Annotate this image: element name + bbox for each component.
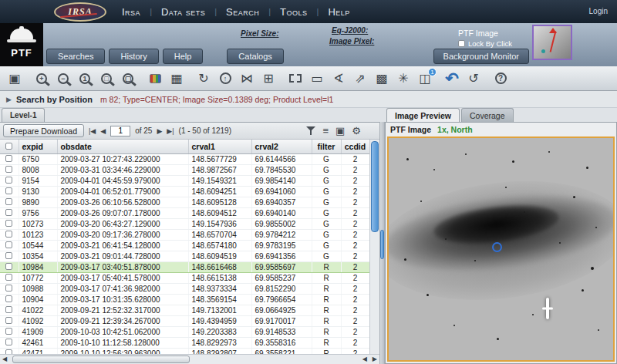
table-row[interactable]: 109882009-03-17 07:41:36.982000148.93733… bbox=[0, 283, 369, 294]
rotate-icon[interactable]: ↻ bbox=[195, 69, 212, 88]
select-area-icon[interactable] bbox=[287, 69, 304, 88]
row-checkbox[interactable] bbox=[5, 209, 12, 216]
pixel-size-label[interactable]: Pixel Size: bbox=[241, 29, 278, 38]
flip-horizontal-icon[interactable]: ⋈ bbox=[238, 69, 255, 88]
nav-item-help[interactable]: Help bbox=[328, 6, 349, 18]
preview-tab-image-preview[interactable]: Image Preview bbox=[386, 108, 460, 122]
table-row[interactable]: 97562009-03-26 09:07:07.178000148.609451… bbox=[0, 207, 369, 218]
table-row[interactable]: 410922009-09-21 12:39:34.267000149.43949… bbox=[0, 315, 369, 326]
filter-icon[interactable] bbox=[306, 126, 315, 136]
table-row[interactable]: 109042009-03-17 10:31:35.628000148.35691… bbox=[0, 294, 369, 305]
row-checkbox[interactable] bbox=[5, 274, 12, 281]
layer-control-icon[interactable]: ◫1 bbox=[416, 69, 433, 88]
scroll-left-icon[interactable]: ◀ bbox=[2, 356, 7, 362]
row-checkbox[interactable] bbox=[5, 166, 12, 173]
column-header-expid[interactable]: expid bbox=[19, 140, 57, 153]
login-button[interactable]: Login bbox=[589, 7, 608, 15]
tab-help[interactable]: Help bbox=[163, 49, 204, 64]
table-row[interactable]: 91302009-04-01 06:52:01.779000148.609425… bbox=[0, 186, 369, 197]
row-checkbox[interactable] bbox=[5, 220, 12, 227]
save-image-icon[interactable]: ▣ bbox=[6, 69, 23, 88]
page-number-input[interactable] bbox=[110, 126, 130, 136]
select-all-checkbox[interactable] bbox=[5, 143, 12, 150]
eq-j2000-label[interactable]: Eq-J2000: bbox=[332, 26, 368, 35]
row-checkbox[interactable] bbox=[5, 231, 12, 238]
text-view-icon[interactable]: ≡ bbox=[322, 125, 329, 136]
table-row[interactable]: 109842009-03-17 03:40:51.878000148.66164… bbox=[0, 261, 369, 272]
tab-level-1[interactable]: Level-1 bbox=[2, 108, 45, 122]
zoom-out-icon[interactable]: − bbox=[55, 69, 72, 88]
column-header-obsdate[interactable]: obsdate bbox=[57, 140, 188, 153]
column-header-crval2[interactable]: crval2 bbox=[251, 140, 312, 153]
table-row[interactable]: 105442009-03-21 06:41:54.128000148.65741… bbox=[0, 240, 369, 251]
horizontal-scrollbar-thumb[interactable] bbox=[12, 356, 190, 363]
row-checkbox[interactable] bbox=[5, 241, 12, 248]
row-checkbox[interactable] bbox=[5, 198, 12, 205]
panel-splitter[interactable] bbox=[379, 122, 385, 364]
horizontal-scrollbar[interactable]: ◀ ◀ ▶ bbox=[0, 354, 379, 364]
position-thumbnail[interactable] bbox=[532, 25, 572, 60]
table-row[interactable]: 424612009-10-10 11:12:58.128000148.82929… bbox=[0, 337, 369, 348]
column-header-ccdid[interactable]: ccdid bbox=[341, 140, 369, 153]
restore-icon[interactable]: ↺ bbox=[465, 69, 482, 88]
north-arrow-icon[interactable]: ⇗ bbox=[352, 69, 369, 88]
row-checkbox[interactable] bbox=[5, 177, 12, 184]
row-checkbox[interactable] bbox=[5, 187, 12, 194]
table-row[interactable]: 101232009-03-20 09:17:36.278000148.65707… bbox=[0, 229, 369, 240]
last-page-button[interactable]: ▶| bbox=[167, 127, 174, 135]
compass-icon[interactable]: ✳ bbox=[395, 69, 412, 88]
row-checkbox[interactable] bbox=[5, 252, 12, 259]
preview-tab-coverage[interactable]: Coverage bbox=[461, 108, 514, 122]
help-icon[interactable]: ? bbox=[492, 69, 509, 88]
row-checkbox[interactable] bbox=[5, 285, 12, 292]
row-checkbox[interactable] bbox=[5, 306, 12, 313]
vertical-scrollbar-thumb[interactable] bbox=[371, 141, 379, 232]
column-header-crval1[interactable]: crval1 bbox=[188, 140, 251, 153]
table-row[interactable]: 91542009-04-01 04:45:59.979000149.154932… bbox=[0, 175, 369, 186]
next-page-button[interactable]: ▶ bbox=[157, 127, 162, 135]
zoom-fill-icon[interactable]: ▢ bbox=[120, 69, 137, 88]
data-overlay-icon[interactable]: ▦ bbox=[168, 69, 185, 88]
zoom-fit-icon[interactable]: □ bbox=[98, 69, 115, 88]
breadcrumb-arrow-icon[interactable]: ▶ bbox=[6, 96, 12, 103]
nav-item-data-sets[interactable]: Data sets bbox=[161, 6, 205, 18]
zoom-in-icon[interactable]: + bbox=[33, 69, 50, 88]
table-options-gear-icon[interactable]: ⚙ bbox=[352, 125, 361, 136]
table-row[interactable]: 102732009-03-20 06:43:27.129000149.15479… bbox=[0, 218, 369, 229]
row-checkbox[interactable] bbox=[5, 263, 12, 270]
table-row[interactable]: 103542009-03-21 09:01:44.728000148.60945… bbox=[0, 251, 369, 261]
row-checkbox[interactable] bbox=[5, 295, 12, 302]
prev-column-icon[interactable]: ◀ bbox=[362, 356, 367, 362]
tab-history[interactable]: History bbox=[109, 49, 158, 64]
crop-icon[interactable]: ▭ bbox=[308, 69, 325, 88]
row-checkbox[interactable] bbox=[5, 328, 12, 335]
row-checkbox[interactable] bbox=[5, 339, 12, 345]
center-image-icon[interactable]: ⊞ bbox=[260, 69, 277, 88]
column-header-filter[interactable]: filter bbox=[312, 140, 341, 153]
table-row[interactable]: 410222009-09-21 12:52:32.317000149.71320… bbox=[0, 305, 369, 315]
zoom-one-to-one-icon[interactable]: 1 bbox=[76, 69, 93, 88]
table-row[interactable]: 67502009-03-27 10:27:43.229000148.567772… bbox=[0, 153, 369, 164]
irsa-logo[interactable]: IRSA bbox=[54, 2, 106, 22]
table-row[interactable]: 107722009-03-17 05:40:41.578000148.66151… bbox=[0, 272, 369, 283]
table-row[interactable]: 98902009-03-26 06:10:56.528000148.609512… bbox=[0, 197, 369, 207]
undo-icon[interactable]: ↶ bbox=[443, 69, 460, 88]
table-row[interactable]: 419092009-10-03 10:42:51.062000149.22033… bbox=[0, 326, 369, 337]
distance-tool-icon[interactable]: ∢ bbox=[330, 69, 347, 88]
row-checkbox[interactable] bbox=[5, 155, 12, 162]
splitter-grip[interactable] bbox=[380, 230, 384, 259]
table-row[interactable]: 424712009-10-10 12:56:30.963000148.82928… bbox=[0, 348, 369, 354]
nav-item-tools[interactable]: Tools bbox=[280, 6, 307, 18]
nav-item-irsa[interactable]: Irsa bbox=[122, 6, 140, 18]
prev-page-button[interactable]: ◀ bbox=[100, 127, 106, 135]
row-checkbox[interactable] bbox=[5, 317, 12, 324]
image-pixel-label[interactable]: Image Pixel: bbox=[329, 37, 374, 46]
first-page-button[interactable]: |◀ bbox=[89, 127, 96, 135]
vertical-scrollbar[interactable] bbox=[369, 140, 379, 354]
color-table-icon[interactable] bbox=[147, 69, 164, 88]
next-column-icon[interactable]: ▶ bbox=[373, 356, 377, 362]
table-row[interactable]: 80082009-03-31 03:34:46.229000148.987256… bbox=[0, 164, 369, 175]
tab-catalogs[interactable]: Catalogs bbox=[227, 49, 283, 64]
image-preview-canvas[interactable] bbox=[387, 136, 615, 362]
mask-overlay-icon[interactable]: ▩ bbox=[373, 69, 390, 88]
